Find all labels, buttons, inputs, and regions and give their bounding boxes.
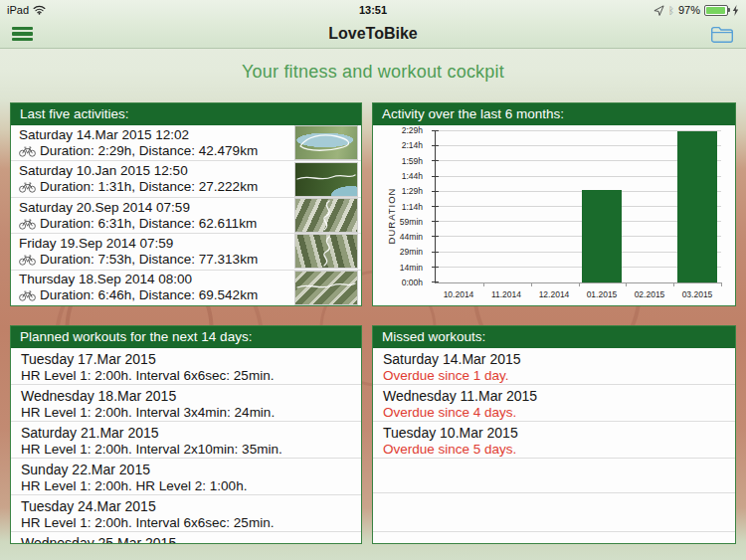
workout-date: Saturday 21.Mar 2015 — [21, 424, 351, 442]
missed-workout-row[interactable]: Wednesday 11.Mar 2015 Overdue since 4 da… — [373, 385, 735, 422]
y-tick-mark — [432, 160, 439, 161]
activity-row[interactable]: Saturday 20.Sep 2014 07:59 Duration: 6:3… — [11, 198, 361, 234]
y-tick-label: 1:14h — [373, 203, 423, 212]
activity-row[interactable]: Saturday 14.Mar 2015 12:02 Duration: 2:2… — [11, 125, 361, 161]
activity-row[interactable]: Saturday 10.Jan 2015 12:50 Duration: 1:3… — [11, 161, 361, 197]
y-tick-label: 59min — [373, 218, 423, 227]
y-tick-mark — [432, 206, 439, 207]
x-tick-label: 11.2014 — [482, 289, 530, 299]
chart-bar-03.2015 — [677, 131, 717, 282]
planned-workout-row[interactable]: Wednesday 18.Mar 2015 HR Level 1: 2:00h.… — [11, 385, 361, 422]
clock: 13:51 — [0, 4, 746, 16]
folder-button[interactable] — [710, 25, 736, 44]
missed-workouts-list-wrap: Saturday 14.Mar 2015 Overdue since 1 day… — [373, 348, 735, 543]
activity-text: Saturday 14.Mar 2015 12:02 Duration: 2:2… — [19, 127, 294, 159]
activity-detail: Duration: 2:29h, Distance: 42.479km — [19, 143, 294, 159]
workout-date: Sunday 22.Mar 2015 — [21, 461, 351, 478]
x-tick-label: 12.2014 — [530, 289, 578, 299]
workout-detail: HR Level 1: 2:00h. HR Level 2: 1:00h. — [21, 478, 351, 494]
activities-panel-title: Last five activities: — [11, 103, 361, 125]
activities-list: Saturday 14.Mar 2015 12:02 Duration: 2:2… — [11, 125, 361, 305]
charging-bolt-icon — [732, 5, 739, 16]
missed-workouts-list: Saturday 14.Mar 2015 Overdue since 1 day… — [373, 348, 735, 459]
route-map-thumbnail — [294, 198, 358, 233]
status-bar: iPad 13:51 ᛒ 97% — [0, 0, 746, 20]
chart-body: DURATION 0:00h14min29min44min59min1:14h1… — [373, 125, 735, 305]
activity-date: Saturday 14.Mar 2015 12:02 — [19, 127, 294, 143]
y-tick-label: 1:29h — [373, 187, 423, 196]
chart-panel: Activity over the last 6 months: DURATIO… — [372, 102, 736, 306]
activity-row[interactable]: Friday 19.Sep 2014 07:59 Duration: 7:53h… — [11, 234, 361, 270]
y-tick-mark — [432, 130, 439, 131]
y-tick-label: 14min — [373, 264, 423, 273]
workout-detail: HR Level 1: 2:00h. Interval 6x6sec: 25mi… — [21, 368, 351, 384]
folder-icon — [710, 26, 734, 44]
y-tick-label: 2:14h — [373, 141, 423, 150]
nav-bar: LoveToBike — [0, 20, 746, 49]
activity-text: Thursday 18.Sep 2014 08:00 Duration: 6:4… — [19, 272, 294, 303]
x-tick-label: 10.2014 — [435, 289, 482, 299]
activity-stats: Duration: 7:53h, Distance: 77.313km — [40, 252, 258, 268]
y-tick-mark — [432, 221, 439, 222]
y-tick-label: 44min — [373, 233, 423, 242]
empty-row — [373, 459, 735, 493]
y-tick-label: 1:44h — [373, 172, 423, 181]
planned-workout-row[interactable]: Saturday 21.Mar 2015 HR Level 1: 2:00h. … — [11, 422, 361, 459]
missed-panel-title: Missed workouts: — [373, 326, 735, 348]
missed-workout-row[interactable]: Tuesday 10.Mar 2015 Overdue since 5 days… — [373, 422, 735, 459]
activity-detail: Duration: 7:53h, Distance: 77.313km — [19, 252, 294, 268]
activity-row[interactable]: Thursday 18.Sep 2014 08:00 Duration: 6:4… — [11, 271, 361, 305]
location-arrow-icon — [653, 5, 664, 16]
chart-plot — [435, 131, 721, 283]
x-tick-label: 03.2015 — [673, 289, 721, 299]
page-title: Your fitness and workout cockpit — [0, 62, 746, 83]
workout-date: Tuesday 24.Mar 2015 — [21, 497, 351, 515]
route-map-thumbnail — [294, 234, 358, 269]
overdue-label: Overdue since 1 day. — [383, 368, 725, 384]
planned-workout-row[interactable]: Tuesday 24.Mar 2015 HR Level 1: 2:00h. I… — [11, 495, 361, 532]
y-tick-label: 29min — [373, 248, 423, 257]
planned-workouts-list: Tuesday 17.Mar 2015 HR Level 1: 2:00h. I… — [11, 348, 361, 543]
y-tick-mark — [432, 267, 439, 268]
x-tick-label: 01.2015 — [578, 289, 626, 299]
x-tick-mark — [483, 282, 484, 286]
chart-y-labels: 0:00h14min29min44min59min1:14h1:29h1:44h… — [373, 131, 429, 283]
menu-bar — [12, 27, 33, 30]
battery-icon — [704, 5, 728, 16]
workout-detail: HR Level 1: 2:00h. Interval 3x4min: 24mi… — [21, 405, 351, 421]
chart-bar-01.2015 — [582, 190, 622, 282]
workout-date: Wednesday 25.Mar 2015 — [21, 534, 351, 544]
activity-date: Thursday 18.Sep 2014 08:00 — [19, 272, 294, 287]
activity-detail: Duration: 1:31h, Distance: 27.222km — [19, 179, 294, 195]
battery-fill — [706, 7, 725, 14]
battery-percent: 97% — [678, 4, 700, 16]
planned-workout-row[interactable]: Wednesday 25.Mar 2015 — [11, 532, 361, 544]
route-map-thumbnail — [294, 271, 358, 305]
x-tick-label: 02.2015 — [626, 289, 673, 299]
y-tick-label: 2:29h — [373, 126, 423, 135]
activity-text: Saturday 20.Sep 2014 07:59 Duration: 6:3… — [19, 200, 294, 232]
missed-workout-row[interactable]: Saturday 14.Mar 2015 Overdue since 1 day… — [373, 348, 735, 385]
workout-date: Wednesday 11.Mar 2015 — [383, 387, 725, 405]
y-tick-mark — [432, 176, 439, 177]
x-tick-mark — [721, 282, 722, 286]
route-line — [297, 175, 355, 179]
menu-button[interactable] — [12, 25, 34, 43]
planned-panel-title: Planned workouts for the next 14 days: — [11, 326, 361, 348]
workout-detail: HR Level 1: 2:00h. Interval 6x6sec: 25mi… — [21, 515, 351, 531]
y-tick-mark — [432, 281, 439, 282]
menu-bar — [12, 38, 33, 41]
activity-stats: Duration: 2:29h, Distance: 42.479km — [40, 143, 258, 159]
x-tick-mark — [673, 282, 674, 286]
bicycle-icon — [19, 145, 36, 157]
route-map-thumbnail — [294, 162, 358, 197]
planned-workout-row[interactable]: Tuesday 17.Mar 2015 HR Level 1: 2:00h. I… — [11, 348, 361, 385]
activity-date: Friday 19.Sep 2014 07:59 — [19, 236, 294, 252]
y-tick-mark — [432, 236, 439, 237]
activity-date: Saturday 10.Jan 2015 12:50 — [19, 163, 294, 179]
y-tick-mark — [432, 191, 439, 192]
workout-date: Tuesday 17.Mar 2015 — [21, 350, 351, 368]
planned-workout-row[interactable]: Sunday 22.Mar 2015 HR Level 1: 2:00h. HR… — [11, 459, 361, 495]
activity-detail: Duration: 6:31h, Distance: 62.611km — [19, 216, 294, 232]
overdue-label: Overdue since 4 days. — [383, 405, 725, 421]
